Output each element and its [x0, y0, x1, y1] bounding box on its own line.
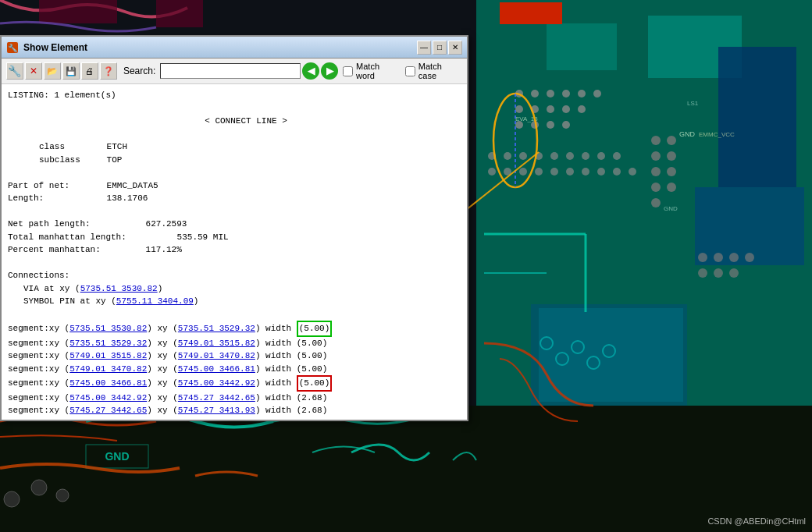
svg-point-62	[729, 268, 739, 278]
segment-line-6: segment:xy (5745.27 3442.65) xy (5745.27…	[8, 404, 461, 417]
svg-point-15	[547, 90, 554, 98]
seg0-xy2-link[interactable]: 5735.51 3529.32	[178, 324, 255, 333]
segment-line-4: segment:xy (5745.00 3466.81) xy (5745.00…	[8, 375, 461, 392]
seg7-xy1-link[interactable]: 5745.27 3413.93	[69, 419, 147, 420]
seg1-xy1-link[interactable]: 5735.51 3529.32	[69, 339, 147, 348]
length-line: Length: 138.1706	[8, 192, 461, 205]
svg-rect-5	[500, 2, 562, 24]
svg-point-16	[562, 90, 570, 98]
svg-point-50	[651, 183, 661, 192]
svg-point-81	[4, 491, 20, 507]
listing-line: LISTING: 1 element(s)	[8, 89, 461, 102]
segment-line-3: segment:xy (5749.01 3470.82) xy (5745.00…	[8, 363, 461, 376]
dialog-title: Show Element	[23, 42, 415, 53]
net-value: EMMC_DATA5	[107, 181, 158, 190]
svg-text:GND: GND	[664, 205, 678, 212]
seg7-xy2-link[interactable]: 5755.11 3404.09	[178, 419, 255, 420]
seg3-xy1-link[interactable]: 5749.01 3470.82	[69, 364, 147, 374]
class-value: ETCH	[107, 142, 127, 151]
svg-point-79	[31, 480, 47, 495]
percent-line: Percent manhattan: 117.12%	[8, 243, 461, 257]
match-word-checkbox[interactable]	[343, 66, 353, 76]
dialog-toolbar: 🔧 ✕ 📂 💾 🖨 ❓ Search: ◀ ▶ Match word Match…	[2, 59, 467, 84]
svg-point-60	[698, 268, 707, 278]
svg-point-58	[729, 253, 739, 262]
percent-label: Percent manhattan:	[8, 243, 141, 257]
svg-point-36	[613, 152, 621, 160]
tool-btn-2[interactable]: ✕	[25, 62, 42, 80]
class-line: class ETCH	[8, 140, 461, 154]
seg5-xy1-link[interactable]: 5745.00 3442.92	[69, 393, 147, 403]
svg-point-21	[547, 105, 554, 113]
manhattan-label: Total manhattan length:	[8, 231, 172, 244]
match-word-group: Match word	[343, 62, 401, 80]
search-prev-button[interactable]: ◀	[302, 62, 319, 80]
match-case-checkbox[interactable]	[405, 66, 415, 76]
net-path-line: Net path length: 627.2593	[8, 218, 461, 231]
close-button[interactable]: ✕	[448, 41, 462, 55]
svg-point-43	[582, 168, 589, 176]
svg-point-39	[519, 168, 527, 176]
svg-point-59	[745, 253, 754, 262]
tool-btn-6[interactable]: ❓	[100, 62, 117, 80]
tool-btn-1[interactable]: 🔧	[6, 62, 23, 80]
svg-point-51	[651, 198, 661, 207]
svg-point-52	[667, 136, 676, 145]
net-path-value: 627.2593	[146, 219, 187, 229]
length-value: 138.1706	[107, 193, 148, 203]
search-input[interactable]	[160, 63, 301, 79]
net-line: Part of net: EMMC_DATA5	[8, 179, 461, 193]
segment-line-7: segment:xy (5745.27 3413.93) xy (5755.11…	[8, 417, 461, 420]
show-element-dialog: 🔧 Show Element — □ ✕ 🔧 ✕ 📂 💾 🖨 ❓ Search:…	[0, 35, 468, 421]
seg6-xy2-link[interactable]: 5745.27 3413.93	[178, 406, 255, 415]
seg0-xy1-link[interactable]: 5735.51 3530.82	[69, 324, 147, 333]
svg-point-54	[667, 167, 676, 176]
class-label: class	[39, 140, 102, 154]
svg-point-30	[519, 152, 527, 160]
seg4-xy2-link[interactable]: 5745.00 3442.92	[178, 378, 255, 388]
svg-point-49	[651, 167, 661, 176]
subclass-line: subclass TOP	[8, 154, 461, 167]
svg-point-23	[578, 105, 586, 113]
svg-point-56	[698, 253, 707, 262]
connections-header-line: Connections:	[8, 269, 461, 282]
svg-point-35	[597, 152, 605, 160]
tool-btn-3[interactable]: 📂	[44, 62, 61, 80]
svg-point-27	[562, 121, 570, 129]
seg4-xy1-link[interactable]: 5745.00 3466.81	[69, 378, 147, 388]
tool-btn-5[interactable]: 🖨	[81, 62, 98, 80]
seg5-xy2-link[interactable]: 5745.27 3442.65	[178, 393, 255, 403]
svg-point-61	[714, 268, 723, 278]
svg-point-14	[531, 90, 539, 98]
svg-point-41	[550, 168, 558, 176]
tool-btn-4[interactable]: 💾	[62, 62, 80, 80]
seg6-xy1-link[interactable]: 5745.27 3442.65	[69, 406, 147, 415]
svg-text:EMMC_VCC: EMMC_VCC	[699, 131, 735, 138]
svg-rect-9	[539, 308, 683, 402]
seg1-xy2-link[interactable]: 5749.01 3515.82	[178, 339, 255, 348]
svg-text:🔧: 🔧	[8, 43, 18, 53]
segment-line-2: segment:xy (5749.01 3515.82) xy (5749.01…	[8, 349, 461, 363]
seg2-xy1-link[interactable]: 5749.01 3515.82	[69, 351, 147, 360]
seg3-xy2-link[interactable]: 5745.00 3466.81	[178, 364, 255, 374]
svg-text:LS1: LS1	[687, 100, 699, 107]
seg2-xy2-link[interactable]: 5749.01 3470.82	[178, 351, 255, 360]
subclass-label: subclass	[39, 154, 102, 167]
search-label: Search:	[123, 66, 155, 76]
via-link[interactable]: 5735.51 3530.82	[80, 284, 158, 293]
match-word-label: Match word	[356, 62, 401, 80]
length-label: Length:	[8, 192, 102, 205]
svg-rect-82	[39, 0, 117, 23]
dialog-content[interactable]: LISTING: 1 element(s) < CONNECT LINE > c…	[2, 84, 467, 420]
svg-point-22	[562, 105, 570, 113]
net-label: Part of net:	[8, 179, 102, 193]
svg-point-32	[550, 152, 558, 160]
minimize-button[interactable]: —	[417, 41, 431, 55]
maximize-button[interactable]: □	[433, 41, 447, 55]
net-path-label: Net path length:	[8, 218, 141, 231]
percent-value: 117.12%	[146, 245, 182, 254]
sym-link[interactable]: 5755.11 3404.09	[116, 296, 194, 306]
search-next-button[interactable]: ▶	[321, 62, 338, 80]
seg4-width: (5.00)	[297, 375, 333, 392]
svg-point-48	[651, 151, 661, 161]
